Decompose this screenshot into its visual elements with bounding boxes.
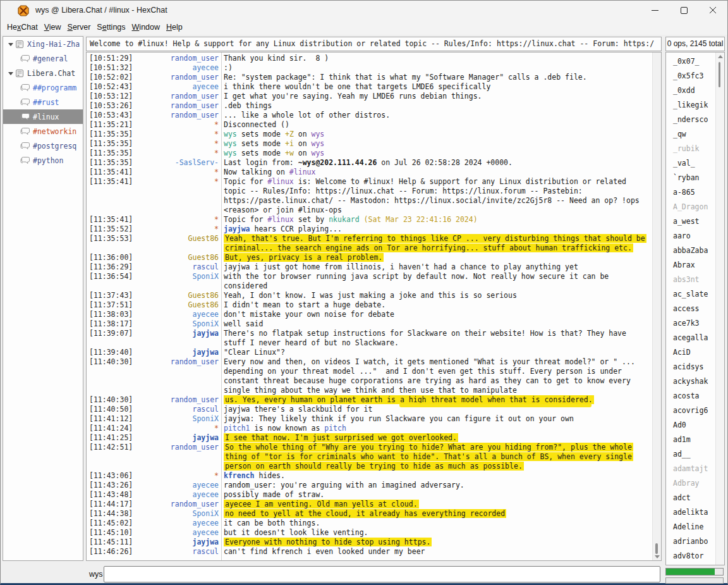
user-list-item[interactable]: _val_ bbox=[666, 156, 717, 171]
minimize-button[interactable] bbox=[640, 1, 669, 20]
user-list-item[interactable]: adelikta bbox=[666, 505, 717, 520]
nick[interactable]: ayecee bbox=[133, 481, 219, 490]
nick[interactable]: random_user bbox=[133, 443, 219, 452]
nick[interactable]: * bbox=[133, 168, 219, 177]
nick[interactable] bbox=[133, 243, 219, 253]
user-list-item[interactable]: adct bbox=[666, 491, 717, 505]
nick[interactable]: random_user bbox=[133, 54, 219, 63]
nick[interactable]: ayecee bbox=[133, 528, 219, 538]
nick[interactable]: random_user bbox=[133, 111, 219, 120]
nick[interactable]: ayecee bbox=[133, 519, 219, 528]
expander-icon[interactable] bbox=[8, 70, 14, 77]
menu-help[interactable]: Help bbox=[163, 21, 186, 34]
nick[interactable]: Guest86 bbox=[133, 234, 219, 243]
nick[interactable]: * bbox=[133, 215, 219, 225]
nick[interactable]: random_user bbox=[133, 395, 219, 405]
user-list-item[interactable]: ace7k3 bbox=[666, 316, 717, 331]
user-list-item[interactable]: _0x07_ bbox=[666, 54, 717, 69]
nick[interactable]: * bbox=[133, 424, 219, 433]
user-list-item[interactable]: abs3nt bbox=[666, 273, 717, 287]
user-list-item[interactable]: ad__ bbox=[666, 447, 717, 462]
menu-server[interactable]: Server bbox=[64, 21, 94, 34]
user-list-item[interactable]: a-865 bbox=[666, 185, 717, 200]
user-list-item[interactable]: abbaZaba bbox=[666, 243, 717, 258]
nick[interactable] bbox=[133, 206, 219, 215]
user-list-item[interactable]: _0xdd bbox=[666, 83, 717, 98]
chat-scrollbar-thumb[interactable] bbox=[655, 543, 658, 554]
nick[interactable]: random_user bbox=[133, 92, 219, 101]
user-list-item[interactable]: _likegik bbox=[666, 98, 717, 113]
tree-item--networkin[interactable]: #networkin bbox=[3, 124, 83, 139]
nick[interactable]: jayjwa bbox=[133, 348, 219, 357]
nick[interactable] bbox=[133, 338, 219, 348]
nick[interactable]: ayecee bbox=[133, 490, 219, 500]
user-list-item[interactable]: Ad0 bbox=[666, 418, 717, 433]
user-list-item[interactable]: ac_slate bbox=[666, 287, 717, 302]
user-list-item[interactable]: acovrig6 bbox=[666, 403, 717, 418]
nick[interactable]: Guest86 bbox=[133, 300, 219, 310]
nick[interactable]: rascul bbox=[133, 547, 219, 557]
nick[interactable]: * bbox=[133, 139, 219, 149]
nick[interactable]: Guest86 bbox=[133, 291, 219, 300]
user-list-item[interactable]: _0x5fc3 bbox=[666, 69, 717, 83]
nick[interactable]: random_user bbox=[133, 73, 219, 82]
tree-item-libera-chat[interactable]: Libera.Chat bbox=[3, 66, 83, 80]
menu-view[interactable]: View bbox=[41, 21, 64, 34]
maximize-button[interactable] bbox=[669, 1, 698, 20]
user-list-scrollbar-up-arrow[interactable] bbox=[718, 55, 723, 58]
nick[interactable]: -SaslServ- bbox=[133, 158, 219, 168]
nick[interactable]: ayecee bbox=[133, 310, 219, 319]
nick[interactable]: ayecee bbox=[133, 63, 219, 73]
menu-settings[interactable]: Settings bbox=[94, 21, 128, 34]
nick[interactable]: SponiX bbox=[133, 414, 219, 424]
nick[interactable]: * bbox=[133, 130, 219, 139]
nick[interactable]: ayecee bbox=[133, 82, 219, 92]
user-list-item[interactable]: adamtajt bbox=[666, 462, 717, 476]
tree-item--linux[interactable]: #linux bbox=[3, 109, 83, 124]
nick[interactable]: SponiX bbox=[133, 272, 219, 281]
nick[interactable] bbox=[133, 367, 219, 376]
nick[interactable] bbox=[133, 462, 219, 471]
user-list-item[interactable]: ackyshak bbox=[666, 374, 717, 389]
nick[interactable] bbox=[133, 196, 219, 206]
tree-item--programm[interactable]: ##programm bbox=[3, 80, 83, 95]
nick[interactable]: rascul bbox=[133, 262, 219, 272]
server-tree[interactable]: Xing-Hai-Zha#generalLibera.Chat##program… bbox=[3, 36, 83, 561]
tree-item-xing-hai-zha[interactable]: Xing-Hai-Zha bbox=[3, 37, 83, 51]
user-list-item[interactable]: acidsys bbox=[666, 360, 717, 374]
user-list-item[interactable]: aaro bbox=[666, 229, 717, 243]
expander-icon[interactable] bbox=[8, 41, 14, 47]
nick[interactable]: * bbox=[133, 177, 219, 187]
nick[interactable]: jayjwa bbox=[133, 329, 219, 338]
user-list-item[interactable]: _ndersco bbox=[666, 113, 717, 127]
user-list-item[interactable]: ad1m bbox=[666, 433, 717, 447]
tree-item--rust[interactable]: ##rust bbox=[3, 95, 83, 109]
user-list-item[interactable]: _qw bbox=[666, 127, 717, 142]
menu-hexchat[interactable]: HexChat bbox=[4, 21, 41, 34]
user-list-scrollbar[interactable] bbox=[715, 52, 724, 565]
nick[interactable] bbox=[133, 187, 219, 196]
user-list-item[interactable]: acegalla bbox=[666, 331, 717, 345]
user-list-item[interactable]: acosta bbox=[666, 389, 717, 403]
nick[interactable]: Guest86 bbox=[133, 253, 219, 262]
nick[interactable] bbox=[133, 376, 219, 386]
nick[interactable]: SponiX bbox=[133, 319, 219, 329]
chat-message-area[interactable]: [10:51:29]random_userThank you kind sir.… bbox=[86, 52, 662, 561]
nick[interactable]: * bbox=[133, 120, 219, 130]
close-button[interactable] bbox=[698, 1, 727, 20]
nick[interactable]: * bbox=[133, 149, 219, 158]
nick[interactable]: * bbox=[133, 471, 219, 481]
chat-scrollbar[interactable] bbox=[652, 52, 661, 560]
user-list-item[interactable]: _rubik bbox=[666, 142, 717, 156]
nick[interactable]: rascul bbox=[133, 405, 219, 414]
tree-item--python[interactable]: #python bbox=[3, 153, 83, 168]
chat-scrollbar-down-arrow[interactable] bbox=[655, 555, 660, 558]
message-input[interactable] bbox=[104, 566, 660, 582]
user-list-item[interactable]: AciD bbox=[666, 345, 717, 360]
tree-item--general[interactable]: #general bbox=[3, 51, 83, 66]
user-list-item[interactable]: Adeline bbox=[666, 520, 717, 534]
user-list-item[interactable]: Abrax bbox=[666, 258, 717, 273]
nick[interactable]: SponiX bbox=[133, 509, 219, 519]
user-list-item[interactable]: A_Dragon bbox=[666, 200, 717, 214]
topic-entry[interactable]: Welcome to #linux! Help & support for an… bbox=[86, 37, 662, 51]
